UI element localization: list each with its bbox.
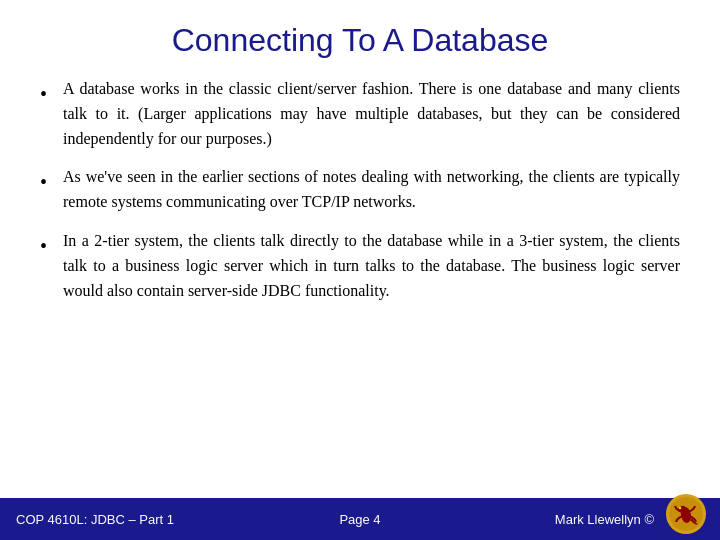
bullet-dot-1: • [40,79,47,109]
slide-content: • A database works in the classic client… [0,77,720,498]
bullet-item-3: • In a 2-tier system, the clients talk d… [40,229,680,303]
logo-svg-icon [668,496,704,532]
bullet-item-2: • As we've seen in the earlier sections … [40,165,680,215]
bullet-text-3: In a 2-tier system, the clients talk dir… [63,229,680,303]
footer-logo [666,494,710,538]
logo-circle [666,494,706,534]
bullet-item-1: • A database works in the classic client… [40,77,680,151]
svg-point-3 [679,507,681,509]
bullet-text-2: As we've seen in the earlier sections of… [63,165,680,215]
bullet-dot-3: • [40,231,47,261]
slide: Connecting To A Database • A database wo… [0,0,720,540]
footer-left-text: COP 4610L: JDBC – Part 1 [16,512,174,527]
slide-footer: COP 4610L: JDBC – Part 1 Page 4 Mark Lle… [0,498,720,540]
slide-title: Connecting To A Database [0,0,720,77]
footer-center-text: Page 4 [339,512,380,527]
footer-right-text: Mark Llewellyn © [555,512,654,527]
bullet-text-1: A database works in the classic client/s… [63,77,680,151]
bullet-dot-2: • [40,167,47,197]
